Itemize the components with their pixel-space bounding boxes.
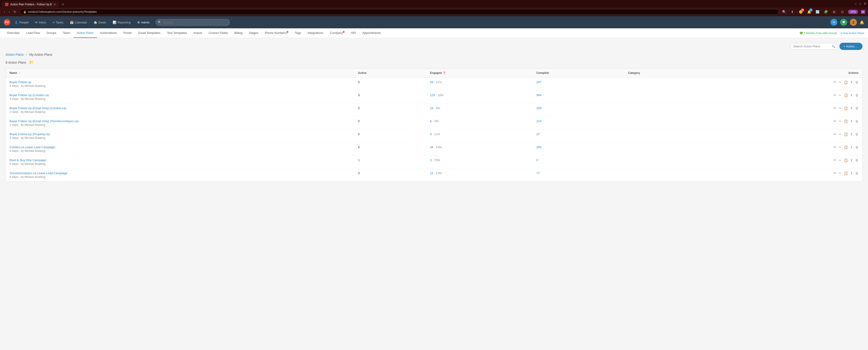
add-action-button[interactable]: + Action … [839, 43, 862, 50]
view-icon-5[interactable]: 👁 [833, 145, 836, 149]
breadcrumb-parent[interactable]: Action Plans [6, 53, 24, 56]
tab-automations[interactable]: Automations [97, 28, 120, 38]
delete-icon-4[interactable]: 🗑 [855, 133, 859, 136]
view-icon-3[interactable]: 👁 [833, 119, 836, 123]
delete-icon-5[interactable]: 🗑 [855, 145, 859, 149]
copy-icon-6[interactable]: 📋 [844, 158, 848, 162]
sidebar-item-inbox[interactable]: ✉ Inbox [33, 19, 49, 26]
tab-close-button[interactable]: ✕ [54, 3, 56, 6]
screen-icon[interactable]: ⊡ [840, 9, 845, 14]
copy-icon-7[interactable]: 📋 [844, 171, 848, 175]
promo-link[interactable]: 💚 2 Months Free with Annual [800, 32, 837, 35]
delete-icon-1[interactable]: 🗑 [855, 93, 859, 97]
avatar-mail[interactable]: ✉ [830, 19, 837, 26]
folder-icon[interactable]: 📁 [29, 60, 34, 64]
copy-icon-0[interactable]: 📋 [844, 80, 848, 84]
view-icon-6[interactable]: 👁 [833, 158, 836, 162]
sidebar-item-people[interactable]: 👤 People [12, 19, 31, 26]
edit-icon-2[interactable]: ✏ [839, 106, 841, 110]
sidebar-item-deals[interactable]: 🏠 Deals [91, 19, 108, 26]
tab-appointments[interactable]: Appointments [359, 28, 384, 38]
tab-overview[interactable]: Overview [4, 28, 23, 38]
tab-ponds[interactable]: Ponds [120, 28, 135, 38]
edit-icon-1[interactable]: ✏ [839, 93, 841, 97]
window-minimize[interactable]: – [855, 2, 857, 5]
window-maximize[interactable]: □ [860, 2, 861, 5]
edit-icon-4[interactable]: ✏ [839, 133, 841, 136]
copy-icon-5[interactable]: 📋 [844, 145, 848, 149]
active-tab[interactable]: Action Plan Folders - Follow Up B ✕ [2, 1, 59, 7]
share-icon-6[interactable]: ⬆ [850, 158, 853, 162]
avatar-chat[interactable]: 💬 [840, 19, 847, 26]
sync-icon[interactable]: 🔄 [815, 9, 820, 14]
tab-billing[interactable]: Billing [231, 28, 246, 38]
plan-name-link-6[interactable]: Rent to Buy Drip Campaign [9, 158, 350, 162]
edit-icon-7[interactable]: ✏ [839, 171, 841, 175]
share-icon-1[interactable]: ⬆ [850, 93, 853, 97]
copy-icon-4[interactable]: 📋 [844, 133, 848, 136]
tab-lead-flow[interactable]: Lead Flow [23, 28, 43, 38]
delete-icon-6[interactable]: 🗑 [855, 158, 859, 162]
extensions-icon[interactable]: 🧩 [823, 9, 829, 14]
plan-name-link-3[interactable]: Buyer Follow Up (Email Only) (Torontocon… [9, 119, 350, 123]
share-icon-4[interactable]: ⬆ [850, 133, 853, 136]
view-icon-2[interactable]: 👁 [833, 106, 836, 110]
tab-company[interactable]: Company [327, 28, 348, 38]
view-icon-0[interactable]: 👁 [833, 80, 836, 84]
copy-icon-2[interactable]: 📋 [844, 106, 848, 110]
edit-icon-5[interactable]: ✏ [839, 145, 841, 149]
tab-import[interactable]: Import [190, 28, 206, 38]
tab-text-templates[interactable]: Text Templates [164, 28, 190, 38]
share-icon-5[interactable]: ⬆ [850, 145, 853, 149]
copy-icon-1[interactable]: 📋 [844, 93, 848, 97]
back-button[interactable]: ‹ [3, 9, 6, 14]
tab-phone-numbers[interactable]: Phone Numbers [261, 28, 291, 38]
plan-name-link-0[interactable]: Buyer Follow up [9, 80, 350, 84]
tab-api[interactable]: API [348, 28, 359, 38]
window-close[interactable]: ✕ [864, 2, 866, 5]
tab-email-templates[interactable]: Email Templates [135, 28, 164, 38]
delete-icon-3[interactable]: 🗑 [855, 119, 859, 123]
sidebar-item-admin[interactable]: ⚙ Admin [135, 19, 152, 26]
share-icon-0[interactable]: ⬆ [850, 80, 853, 84]
profile-icon[interactable]: M [861, 10, 865, 14]
search-icon[interactable]: 🔍 [781, 9, 787, 14]
edit-icon-0[interactable]: ✏ [839, 80, 841, 84]
plan-name-link-7[interactable]: Torontocondopro.ca Lease Lead Campaign [9, 171, 350, 175]
search-action-plans-input[interactable] [791, 43, 837, 50]
sidebar-item-tasks[interactable]: ≡ Tasks [51, 19, 66, 26]
view-icon-7[interactable]: 👁 [833, 171, 836, 175]
sidebar-icon[interactable]: ⊞ [831, 9, 837, 14]
engaged-help-icon[interactable]: ❓ [443, 71, 446, 75]
url-bar[interactable]: 🔒 condos3.followupboss.com/2/action-plan… [20, 9, 779, 15]
new-tab-button[interactable]: + [60, 1, 66, 7]
sidebar-item-reporting[interactable]: 📊 Reporting [110, 19, 133, 26]
tab-team[interactable]: Team [60, 28, 73, 38]
bell-icon[interactable]: 🔔 [860, 20, 864, 25]
tab-custom-fields[interactable]: Custom Fields [205, 28, 231, 38]
sidebar-item-calendar[interactable]: 📅 Calendar [67, 19, 89, 26]
sort-icon-name[interactable]: ↕ [19, 71, 21, 75]
plan-name-link-4[interactable]: Buyer Follow Up (Property.ca) [9, 133, 350, 136]
forward-button[interactable]: › [8, 9, 11, 14]
notifications-icon[interactable]: 😊 34 [798, 9, 803, 14]
plan-name-link-5[interactable]: Condos.ca Lease Lead Campaign [9, 145, 350, 149]
alert-icon[interactable]: 🔔 1 [806, 9, 812, 14]
header-search-input[interactable] [156, 19, 230, 26]
edit-icon-3[interactable]: ✏ [839, 119, 841, 123]
share-icon-7[interactable]: ⬆ [850, 171, 853, 175]
tab-tags[interactable]: Tags [291, 28, 304, 38]
help-link[interactable]: ℹ How Action Plans [841, 32, 864, 35]
view-icon-1[interactable]: 👁 [833, 93, 836, 97]
share-icon-3[interactable]: ⬆ [850, 119, 853, 123]
delete-icon-7[interactable]: 🗑 [855, 171, 859, 175]
avatar-user[interactable]: 👤 [850, 19, 857, 26]
share-icon-2[interactable]: ⬆ [850, 106, 853, 110]
delete-icon-2[interactable]: 🗑 [855, 106, 859, 110]
share-icon[interactable]: ⬆ [789, 9, 795, 14]
plan-name-link-2[interactable]: Buyer Follow Up (Email Only) (Condos.ca) [9, 106, 350, 110]
edit-icon-6[interactable]: ✏ [839, 158, 841, 162]
vpn-button[interactable]: VPN [848, 10, 858, 14]
refresh-button[interactable]: ↻ [12, 9, 18, 14]
tab-stages[interactable]: Stages [246, 28, 261, 38]
